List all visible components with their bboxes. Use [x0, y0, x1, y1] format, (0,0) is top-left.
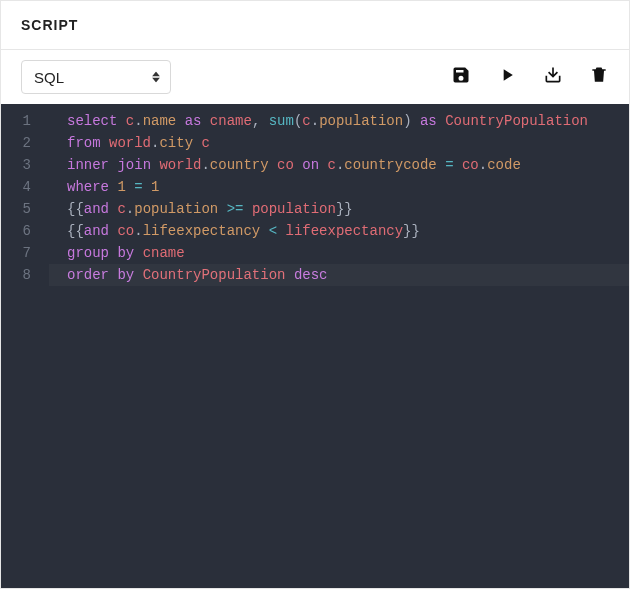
token-prop: population — [134, 201, 218, 217]
save-button[interactable] — [451, 67, 471, 87]
token-prop: city — [159, 135, 193, 151]
token-pun: . — [201, 157, 209, 173]
token-pun: , — [252, 113, 269, 129]
code-line[interactable]: group by cname — [67, 242, 629, 264]
token-id: population — [252, 201, 336, 217]
token-pun: . — [134, 223, 142, 239]
line-number: 1 — [1, 110, 41, 132]
delete-button[interactable] — [589, 67, 609, 87]
token-op: = — [134, 179, 142, 195]
token-prop: lifeexpectancy — [143, 223, 261, 239]
token-op: >= — [227, 201, 244, 217]
token-kw: order — [67, 267, 117, 283]
script-panel: SCRIPT SQL — [0, 0, 630, 589]
token-kw: group — [67, 245, 117, 261]
code-line[interactable]: where 1 = 1 — [67, 176, 629, 198]
line-number: 3 — [1, 154, 41, 176]
token-plain — [218, 201, 226, 217]
token-id: co — [277, 157, 294, 173]
language-select-value: SQL — [34, 69, 64, 86]
code-editor[interactable]: 12345678 select c.name as cname, sum(c.p… — [1, 104, 629, 588]
line-number: 4 — [1, 176, 41, 198]
code-line[interactable]: from world.city c — [67, 132, 629, 154]
token-id: CountryPopulation — [445, 113, 588, 129]
panel-header: SCRIPT — [1, 1, 629, 50]
panel-title: SCRIPT — [21, 17, 78, 33]
chevron-updown-icon — [152, 72, 160, 83]
token-id: co — [462, 157, 479, 173]
line-number: 2 — [1, 132, 41, 154]
token-plain — [243, 201, 251, 217]
token-id: world — [109, 135, 151, 151]
token-id: CountryPopulation — [143, 267, 286, 283]
code-line[interactable]: order by CountryPopulation desc — [67, 264, 629, 286]
token-id: cname — [143, 245, 185, 261]
token-plain — [412, 113, 420, 129]
line-number: 8 — [1, 264, 41, 286]
language-select[interactable]: SQL — [21, 60, 171, 94]
line-gutter: 12345678 — [1, 104, 49, 588]
token-kw: and — [84, 223, 118, 239]
token-id: co — [117, 223, 134, 239]
run-button[interactable] — [497, 67, 517, 87]
token-kw: join — [117, 157, 159, 173]
token-id: c — [117, 201, 125, 217]
line-number: 7 — [1, 242, 41, 264]
download-button[interactable] — [543, 67, 563, 87]
token-num: 1 — [117, 179, 125, 195]
token-plain — [285, 267, 293, 283]
token-kw: inner — [67, 157, 117, 173]
token-plain — [454, 157, 462, 173]
token-num: 1 — [151, 179, 159, 195]
token-plain — [260, 223, 268, 239]
code-line[interactable]: {{and c.population >= population}} — [67, 198, 629, 220]
token-kw: by — [117, 245, 142, 261]
token-pun: . — [134, 113, 142, 129]
token-prop: code — [487, 157, 521, 173]
token-kw: on — [302, 157, 327, 173]
download-icon — [543, 65, 563, 89]
token-kw: as — [420, 113, 445, 129]
token-id: world — [159, 157, 201, 173]
token-kw: as — [185, 113, 210, 129]
token-pun: . — [479, 157, 487, 173]
token-pun: {{ — [67, 201, 84, 217]
token-id: c — [302, 113, 310, 129]
token-prop: country — [210, 157, 269, 173]
token-id: c — [126, 113, 134, 129]
code-line[interactable]: inner join world.country co on c.country… — [67, 154, 629, 176]
token-pun: }} — [403, 223, 420, 239]
token-id: c — [328, 157, 336, 173]
token-func: sum — [269, 113, 294, 129]
token-kw: select — [67, 113, 126, 129]
token-plain — [126, 179, 134, 195]
toolbar: SQL — [1, 50, 629, 104]
token-id: cname — [210, 113, 252, 129]
token-prop: countrycode — [344, 157, 436, 173]
token-pun: }} — [336, 201, 353, 217]
token-plain — [176, 113, 184, 129]
code-line[interactable]: select c.name as cname, sum(c.population… — [67, 110, 629, 132]
token-pun: . — [311, 113, 319, 129]
line-number: 6 — [1, 220, 41, 242]
play-icon — [497, 65, 517, 89]
save-icon — [451, 65, 471, 89]
code-area[interactable]: select c.name as cname, sum(c.population… — [49, 104, 629, 588]
token-prop: population — [319, 113, 403, 129]
token-kw: by — [117, 267, 142, 283]
token-op: < — [269, 223, 277, 239]
token-plain — [269, 157, 277, 173]
line-number: 5 — [1, 198, 41, 220]
toolbar-actions — [451, 67, 609, 87]
token-kw: from — [67, 135, 109, 151]
token-prop: name — [143, 113, 177, 129]
token-kw: desc — [294, 267, 328, 283]
token-id: c — [201, 135, 209, 151]
token-pun: . — [126, 201, 134, 217]
token-plain — [437, 157, 445, 173]
token-id: lifeexpectancy — [285, 223, 403, 239]
token-pun: ) — [403, 113, 411, 129]
code-line[interactable]: {{and co.lifeexpectancy < lifeexpectancy… — [67, 220, 629, 242]
token-op: = — [445, 157, 453, 173]
token-plain — [143, 179, 151, 195]
